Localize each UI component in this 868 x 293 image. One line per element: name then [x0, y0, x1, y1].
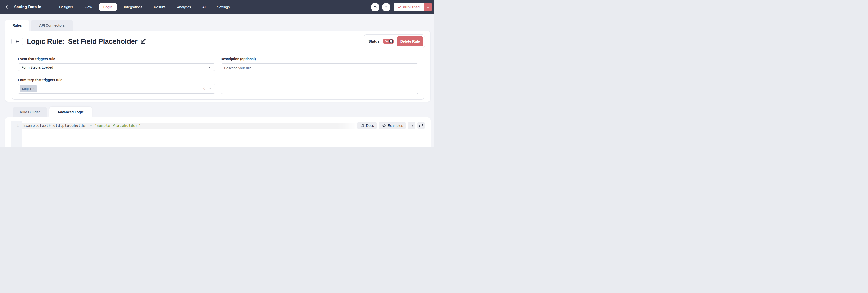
- arrow-left-icon: [15, 39, 20, 43]
- status-toggle-state: ON: [385, 40, 389, 43]
- code-variable: ExampleTextField.placeholder: [24, 124, 87, 128]
- ai-assist-button[interactable]: [408, 122, 415, 129]
- publish-button[interactable]: Published: [394, 3, 424, 11]
- nav-item-settings[interactable]: Settings: [217, 5, 229, 9]
- examples-label: Examples: [388, 124, 403, 128]
- nav-item-designer[interactable]: Designer: [59, 5, 73, 9]
- code-string: "Sample Placeholder: [94, 124, 137, 128]
- edit-rule-name-icon[interactable]: [141, 39, 146, 44]
- rule-heading: Logic Rule: Set Field Placeholder: [27, 35, 146, 47]
- event-trigger-value: Form Step is Loaded: [22, 65, 53, 69]
- clear-select-icon[interactable]: ×: [203, 87, 208, 91]
- redo-button[interactable]: [382, 3, 390, 11]
- expand-editor-button[interactable]: [417, 122, 425, 129]
- publish-split-button: Published: [394, 3, 432, 11]
- event-trigger-select[interactable]: Form Step is Loaded: [18, 63, 215, 71]
- delete-rule-button[interactable]: Delete Rule: [397, 36, 423, 46]
- step-trigger-label: Form step that triggers rule: [18, 78, 62, 82]
- editor-actions: Docs Examples: [355, 122, 425, 129]
- check-icon: [398, 5, 401, 9]
- top-navbar: Saving Data in... Designer Flow Logic In…: [0, 0, 434, 13]
- undo-icon: [373, 5, 377, 9]
- form-title: Saving Data in...: [14, 0, 45, 13]
- tab-rules[interactable]: Rules: [5, 20, 29, 31]
- step-chip: Step 1 ×: [20, 85, 37, 92]
- nav-item-flow[interactable]: Flow: [85, 5, 92, 9]
- rule-heading-prefix: Logic Rule:: [27, 37, 64, 45]
- publish-dropdown-button[interactable]: [424, 3, 432, 11]
- nav-item-analytics[interactable]: Analytics: [177, 5, 191, 9]
- tab-api-connectors[interactable]: API Connectors: [31, 20, 73, 31]
- rule-panel: Logic Rule: Set Field Placeholder Status…: [5, 31, 431, 102]
- step-chip-label: Step 1: [22, 87, 31, 91]
- docs-icon: [360, 124, 364, 128]
- line-number: 1: [11, 123, 22, 129]
- undo-button[interactable]: [371, 3, 379, 11]
- rule-back-button[interactable]: [11, 37, 23, 45]
- code-line[interactable]: ExampleTextField.placeholder = "Sample P…: [24, 123, 141, 129]
- editor-pane-divider: [209, 129, 209, 146]
- app-screen: Saving Data in... Designer Flow Logic In…: [0, 0, 434, 146]
- tab-advanced-logic[interactable]: Advanced Logic: [50, 107, 92, 118]
- status-toggle[interactable]: ON: [383, 39, 394, 44]
- tab-rule-builder[interactable]: Rule Builder: [12, 107, 47, 118]
- step-trigger-multiselect[interactable]: Step 1 × ×: [18, 84, 215, 94]
- code-string-close: ": [138, 124, 141, 128]
- code-operator: =: [87, 124, 94, 128]
- nav-item-logic[interactable]: Logic: [99, 3, 117, 11]
- code-icon: [382, 124, 386, 128]
- advanced-logic-editor: 1 ExampleTextField.placeholder = "Sample…: [5, 118, 431, 146]
- tab-advanced-logic-label: Advanced Logic: [57, 110, 84, 114]
- chevron-down-icon: [426, 5, 430, 9]
- docs-label: Docs: [366, 124, 374, 128]
- rule-name: Set Field Placeholder: [68, 37, 137, 45]
- tab-rules-label: Rules: [12, 24, 22, 27]
- navbar-back-button[interactable]: [5, 0, 10, 13]
- trigger-section: Event that triggers rule Form Step is Lo…: [12, 52, 424, 100]
- sparkles-icon: [409, 124, 414, 128]
- chevron-down-icon: [208, 66, 211, 69]
- description-textarea[interactable]: [221, 63, 418, 94]
- nav-item-results[interactable]: Results: [154, 5, 165, 9]
- navbar-actions: Published: [371, 0, 432, 13]
- toggle-knob: [389, 39, 393, 43]
- remove-chip-icon[interactable]: ×: [33, 87, 35, 90]
- tab-rule-builder-label: Rule Builder: [20, 110, 40, 114]
- delete-rule-label: Delete Rule: [400, 39, 420, 43]
- tab-api-connectors-label: API Connectors: [39, 24, 65, 27]
- arrow-left-icon: [5, 4, 10, 10]
- status-label: Status: [368, 39, 379, 43]
- publish-label: Published: [403, 5, 420, 9]
- chevron-down-icon: [208, 87, 211, 90]
- nav-item-integrations[interactable]: Integrations: [124, 5, 143, 9]
- status-container: Status ON Delete Rule: [364, 34, 425, 48]
- navbar-menu: Designer Flow Logic Integrations Results…: [59, 0, 230, 13]
- description-label: Description (optional): [221, 57, 256, 61]
- expand-icon: [419, 124, 423, 128]
- redo-icon: [384, 5, 388, 9]
- examples-button[interactable]: Examples: [379, 122, 406, 129]
- event-trigger-label: Event that triggers rule: [18, 57, 55, 61]
- nav-item-ai[interactable]: AI: [203, 5, 206, 9]
- docs-button[interactable]: Docs: [357, 122, 377, 129]
